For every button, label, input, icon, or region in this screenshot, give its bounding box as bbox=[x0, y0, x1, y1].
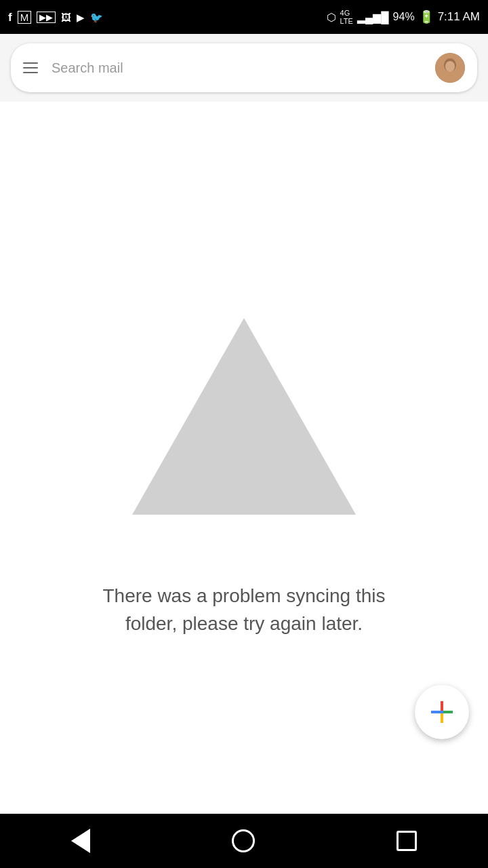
twitter-icon: 🐦 bbox=[90, 12, 103, 22]
svg-rect-7 bbox=[441, 713, 443, 723]
warning-icon bbox=[132, 318, 356, 549]
signal-icon: ▂▄▆█ bbox=[357, 11, 389, 24]
svg-rect-6 bbox=[443, 711, 453, 713]
error-container: There was a problem syncing this folder,… bbox=[81, 318, 407, 637]
network-type: 4GLTE bbox=[340, 9, 353, 25]
exclamation-mark bbox=[110, 379, 142, 479]
avatar[interactable] bbox=[435, 53, 465, 83]
search-bar-container: Search mail bbox=[0, 34, 488, 102]
hamburger-menu-icon[interactable] bbox=[23, 62, 38, 73]
avatar-image bbox=[435, 53, 465, 83]
time: 7:11 AM bbox=[438, 10, 480, 24]
recents-button[interactable] bbox=[396, 831, 417, 851]
content-wrapper: Search mail There wa bbox=[0, 34, 488, 814]
screenrecord-icon: ▶▶ bbox=[37, 12, 56, 23]
error-message: There was a problem syncing this folder,… bbox=[81, 583, 407, 637]
back-button[interactable] bbox=[71, 829, 90, 853]
home-button[interactable] bbox=[232, 829, 255, 852]
search-placeholder[interactable]: Search mail bbox=[52, 60, 422, 76]
status-bar: f M ▶▶ 🖼 ▶ 🐦 ⬡ 4GLTE ▂▄▆█ 94% 🔋 7:11 AM bbox=[0, 0, 488, 34]
bluetooth-icon: ⬡ bbox=[327, 11, 336, 24]
search-bar[interactable]: Search mail bbox=[11, 43, 477, 92]
navigation-bar bbox=[0, 814, 488, 868]
battery-percent: 94% bbox=[393, 11, 415, 23]
compose-fab[interactable] bbox=[415, 685, 469, 739]
gmail-icon: M bbox=[18, 11, 32, 24]
youtube-icon: ▶ bbox=[77, 12, 85, 22]
battery-icon: 🔋 bbox=[419, 9, 434, 24]
facebook-icon: f bbox=[8, 12, 12, 23]
status-right-icons: ⬡ 4GLTE ▂▄▆█ 94% 🔋 7:11 AM bbox=[327, 9, 480, 25]
image-icon: 🖼 bbox=[61, 12, 71, 22]
svg-point-3 bbox=[445, 61, 455, 72]
fab-plus-icon bbox=[428, 698, 456, 726]
status-left-icons: f M ▶▶ 🖼 ▶ 🐦 bbox=[8, 11, 103, 24]
